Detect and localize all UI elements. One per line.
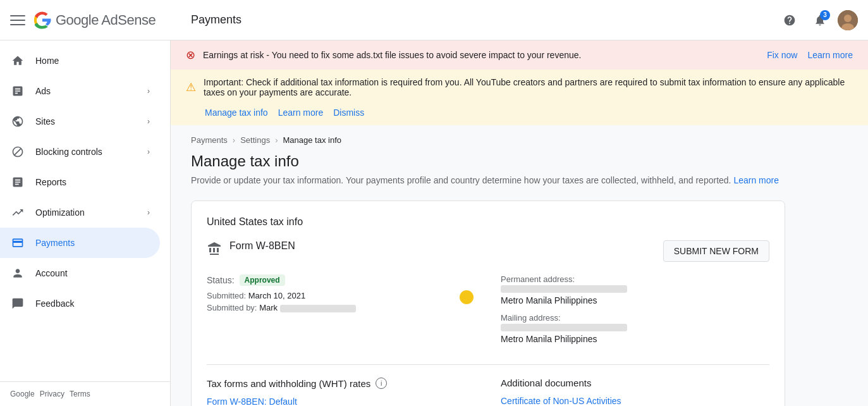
mailing-address-section: Mailing address: Metro Manila Philippine… — [501, 313, 769, 344]
blocking-icon — [10, 144, 25, 159]
error-alert-actions: Fix now Learn more — [767, 50, 853, 60]
menu-button[interactable] — [10, 13, 25, 28]
payments-icon — [10, 235, 25, 250]
permanent-address-label: Permanent address: — [501, 274, 769, 284]
breadcrumb-sep-1: › — [233, 135, 235, 145]
form-right-col: Permanent address: Metro Manila Philippi… — [501, 274, 769, 352]
sidebar-item-ads[interactable]: Ads › — [0, 76, 160, 106]
wht-left-col: Tax forms and withholding (WHT) rates i … — [207, 378, 475, 406]
breadcrumb-sep-2: › — [275, 135, 278, 145]
sidebar-nav: Home Ads › Sites › Blocking con — [0, 40, 170, 381]
page-learn-more-link[interactable]: Learn more — [733, 175, 779, 185]
notification-badge: 3 — [820, 10, 830, 20]
sidebar-item-feedback[interactable]: Feedback — [0, 288, 160, 319]
form-left-col: Status: Approved Submitted: March 10, 20… — [207, 274, 475, 352]
topbar-left: Google AdSense — [10, 11, 181, 30]
avatar-image — [838, 10, 858, 30]
divider — [207, 364, 769, 365]
footer-privacy-link[interactable]: Privacy — [40, 390, 64, 398]
topbar-title: Payments — [181, 13, 777, 27]
sidebar: Home Ads › Sites › Blocking con — [0, 40, 171, 406]
notifications-button[interactable]: 3 — [807, 8, 833, 33]
mailing-address-value: Metro Manila Philippines — [501, 334, 769, 344]
sidebar-item-blocking-controls[interactable]: Blocking controls › — [0, 137, 160, 167]
submitted-by-row: Submitted by: Mark — [207, 303, 475, 312]
footer-google: Google — [10, 390, 35, 398]
submitted-by-name: Mark — [259, 303, 278, 312]
page-title: Manage tax info — [191, 152, 848, 170]
submitted-by-label: Submitted by: — [207, 303, 257, 312]
form-name: Form W-8BEN — [229, 240, 295, 252]
submitted-row: Submitted: March 10, 2021 — [207, 291, 475, 300]
additional-docs-title: Additional documents — [501, 378, 769, 388]
account-icon — [10, 266, 25, 281]
submitted-value: March 10, 2021 — [248, 291, 305, 300]
footer-terms-link[interactable]: Terms — [70, 390, 90, 398]
ads-icon — [10, 83, 25, 99]
feedback-icon — [10, 296, 25, 311]
submitted-label: Submitted: — [207, 291, 246, 300]
error-icon: ⊗ — [186, 48, 195, 62]
breadcrumb-payments[interactable]: Payments — [191, 135, 228, 145]
logo: Google AdSense — [33, 11, 156, 30]
sidebar-label-blocking: Blocking controls — [35, 147, 102, 157]
wht-right-col: Additional documents Certificate of Non-… — [501, 378, 769, 406]
warning-alert-row: ⚠ Important: Check if additional tax inf… — [186, 77, 853, 97]
topbar: Google AdSense Payments 3 — [0, 0, 868, 40]
permanent-address-blurred — [501, 285, 627, 293]
sidebar-label-sites: Sites — [35, 116, 55, 126]
warning-learn-more-link[interactable]: Learn more — [278, 108, 324, 118]
avatar[interactable] — [838, 10, 858, 30]
sidebar-item-sites[interactable]: Sites › — [0, 106, 160, 137]
google-logo-icon — [33, 11, 52, 30]
wht-title: Tax forms and withholding (WHT) rates i — [207, 378, 475, 389]
page-description: Provide or update your tax information. … — [191, 175, 848, 185]
wht-form-link[interactable]: Form W-8BEN: Default — [207, 397, 475, 406]
form-header-section: Form W-8BEN SUBMIT NEW FORM — [207, 240, 769, 262]
warning-alert-actions: Manage tax info Learn more Dismiss — [186, 108, 364, 118]
dismiss-link[interactable]: Dismiss — [333, 108, 364, 118]
submit-new-form-button[interactable]: SUBMIT NEW FORM — [663, 240, 769, 262]
sidebar-label-optimization: Optimization — [35, 207, 85, 218]
wht-info-icon[interactable]: i — [376, 378, 387, 389]
sidebar-item-account[interactable]: Account — [0, 258, 160, 288]
manage-tax-link[interactable]: Manage tax info — [205, 108, 268, 118]
status-label: Status: — [207, 275, 235, 285]
help-button[interactable] — [777, 8, 802, 33]
mailing-address-blurred — [501, 324, 627, 331]
help-icon — [783, 14, 796, 27]
page-content: Payments › Settings › Manage tax info Ma… — [171, 125, 868, 406]
doc-link-1[interactable]: Certificate of Non-US Activities — [501, 396, 769, 406]
breadcrumb-manage-tax: Manage tax info — [283, 135, 341, 145]
error-learn-more-link[interactable]: Learn more — [807, 50, 853, 60]
sidebar-label-reports: Reports — [35, 177, 66, 187]
blocking-expand-icon: › — [147, 147, 150, 156]
error-alert: ⊗ Earnings at risk - You need to fix som… — [171, 40, 868, 70]
sidebar-item-reports[interactable]: Reports — [0, 167, 160, 197]
warning-alert-text: Important: Check if additional tax infor… — [204, 77, 853, 97]
home-icon — [10, 53, 25, 68]
submitted-by-blurred — [280, 305, 356, 312]
warning-icon: ⚠ — [186, 80, 196, 94]
fix-now-link[interactable]: Fix now — [767, 50, 797, 60]
sidebar-footer: Google Privacy Terms — [0, 381, 170, 406]
permanent-address-section: Permanent address: Metro Manila Philippi… — [501, 274, 769, 305]
ads-expand-icon: › — [147, 87, 150, 95]
sites-expand-icon: › — [147, 117, 150, 126]
sidebar-item-payments[interactable]: Payments — [0, 228, 160, 258]
form-details: Status: Approved Submitted: March 10, 20… — [207, 274, 769, 352]
optimization-icon — [10, 205, 25, 220]
breadcrumb-settings[interactable]: Settings — [240, 135, 270, 145]
sidebar-item-optimization[interactable]: Optimization › — [0, 197, 160, 228]
sidebar-label-payments: Payments — [35, 238, 75, 248]
tax-info-card: United States tax info Form W-8BEN SUBMI… — [191, 200, 785, 406]
wht-title-text: Tax forms and withholding (WHT) rates — [207, 378, 370, 389]
permanent-address-value: Metro Manila Philippines — [501, 295, 769, 305]
sidebar-label-feedback: Feedback — [35, 298, 74, 309]
main-content: ⊗ Earnings at risk - You need to fix som… — [171, 40, 868, 406]
mailing-address-label: Mailing address: — [501, 313, 769, 323]
wht-section: Tax forms and withholding (WHT) rates i … — [207, 378, 769, 406]
sidebar-item-home[interactable]: Home — [0, 46, 160, 76]
sidebar-label-account: Account — [35, 268, 68, 278]
sites-icon — [10, 114, 25, 129]
